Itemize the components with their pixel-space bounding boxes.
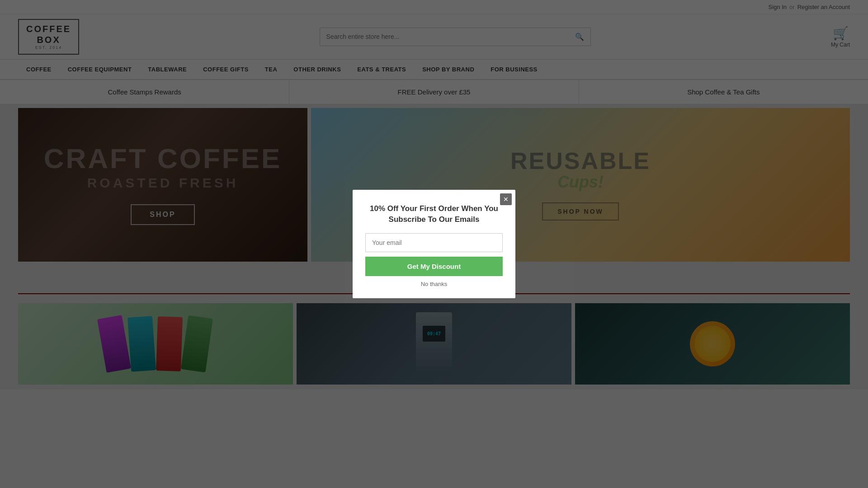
modal-email-input[interactable] <box>365 233 503 252</box>
email-signup-modal: ✕ 10% Off Your First Order When You Subs… <box>353 190 515 298</box>
modal-title: 10% Off Your First Order When You Subscr… <box>365 203 503 225</box>
modal-overlay[interactable]: ✕ 10% Off Your First Order When You Subs… <box>0 0 868 488</box>
close-icon: ✕ <box>503 196 509 203</box>
modal-cta-button[interactable]: Get My Discount <box>365 257 503 276</box>
modal-close-button[interactable]: ✕ <box>500 193 512 205</box>
modal-no-thanks[interactable]: No thanks <box>365 281 503 287</box>
